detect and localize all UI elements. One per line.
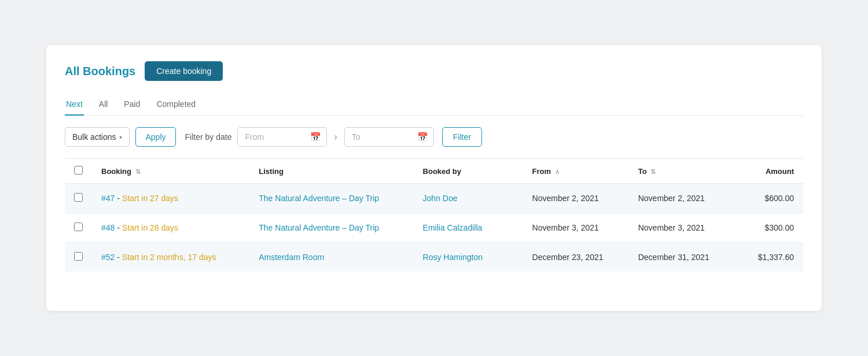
bulk-actions-dropdown[interactable]: Bulk actions ▾ bbox=[65, 127, 130, 147]
booking-cell: #52 - Start in 2 months, 17 days bbox=[92, 243, 249, 272]
booking-separator: - bbox=[117, 194, 122, 203]
amount-cell: $300.00 bbox=[735, 213, 803, 243]
th-amount: Amount bbox=[735, 159, 803, 184]
from-cell: November 2, 2021 bbox=[523, 184, 629, 213]
row-checkbox[interactable] bbox=[74, 252, 83, 261]
th-from: From ∧ bbox=[523, 159, 629, 184]
th-booking: Booking ⇅ bbox=[92, 159, 249, 184]
to-cell: November 3, 2021 bbox=[629, 213, 735, 243]
sort-to-icon[interactable]: ⇅ bbox=[650, 168, 656, 175]
amount-cell: $1,337.60 bbox=[735, 243, 803, 272]
listing-cell: Amsterdam Room bbox=[249, 243, 413, 272]
booking-separator: - bbox=[117, 223, 122, 232]
row-checkbox-cell bbox=[65, 243, 92, 272]
to-date-input[interactable] bbox=[344, 127, 434, 147]
listing-cell: The Natural Adventure – Day Trip bbox=[249, 213, 413, 243]
table-header-row: Booking ⇅ Listing Booked by From ∧ To ⇅ bbox=[65, 159, 803, 184]
tabs-container: Next All Paid Completed bbox=[65, 95, 803, 116]
booking-cell: #47 - Start in 27 days bbox=[92, 184, 249, 213]
user-link[interactable]: Rosy Hamington bbox=[423, 253, 483, 262]
sort-booking-icon[interactable]: ⇅ bbox=[135, 168, 141, 175]
amount-value: $300.00 bbox=[764, 223, 794, 232]
tab-next[interactable]: Next bbox=[65, 95, 84, 116]
booking-separator: - bbox=[117, 253, 122, 262]
row-checkbox-cell bbox=[65, 184, 92, 213]
booked-by-cell: Rosy Hamington bbox=[414, 243, 523, 272]
filter-by-date-label: Filter by date bbox=[185, 132, 232, 142]
create-booking-button[interactable]: Create booking bbox=[145, 61, 223, 81]
select-all-col bbox=[65, 159, 92, 184]
th-booked-by: Booked by bbox=[414, 159, 523, 184]
booking-badge: Start in 28 days bbox=[122, 223, 178, 232]
select-all-checkbox[interactable] bbox=[74, 166, 83, 175]
booking-badge: Start in 2 months, 17 days bbox=[122, 253, 216, 262]
booked-by-cell: Emilia Calzadilla bbox=[414, 213, 523, 243]
header-row: All Bookings Create booking bbox=[65, 61, 803, 81]
booking-id-link[interactable]: #52 bbox=[101, 253, 115, 262]
bookings-card: All Bookings Create booking Next All Pai… bbox=[46, 45, 822, 311]
filters-row: Bulk actions ▾ Apply Filter by date 📅 › … bbox=[65, 127, 803, 147]
listing-link[interactable]: Amsterdam Room bbox=[259, 253, 324, 262]
page-title: All Bookings bbox=[65, 65, 135, 78]
th-to: To ⇅ bbox=[629, 159, 735, 184]
booking-cell: #48 - Start in 28 days bbox=[92, 213, 249, 243]
tab-all[interactable]: All bbox=[98, 95, 109, 116]
booking-id-link[interactable]: #48 bbox=[101, 223, 115, 232]
table-row: #52 - Start in 2 months, 17 days Amsterd… bbox=[65, 243, 803, 272]
table-row: #47 - Start in 27 days The Natural Adven… bbox=[65, 184, 803, 213]
listing-cell: The Natural Adventure – Day Trip bbox=[249, 184, 413, 213]
listing-link[interactable]: The Natural Adventure – Day Trip bbox=[259, 223, 379, 232]
to-cell: November 2, 2021 bbox=[629, 184, 735, 213]
booking-badge: Start in 27 days bbox=[122, 194, 178, 203]
apply-button[interactable]: Apply bbox=[135, 127, 175, 147]
amount-value: $600.00 bbox=[764, 194, 794, 203]
from-cell: December 23, 2021 bbox=[523, 243, 629, 272]
date-range-arrow: › bbox=[334, 132, 337, 142]
bulk-actions-label: Bulk actions bbox=[72, 132, 116, 142]
chevron-down-icon: ▾ bbox=[119, 134, 122, 140]
row-checkbox[interactable] bbox=[74, 193, 83, 202]
amount-value: $1,337.60 bbox=[758, 253, 794, 262]
from-cell: November 3, 2021 bbox=[523, 213, 629, 243]
table-row: #48 - Start in 28 days The Natural Adven… bbox=[65, 213, 803, 243]
filter-button[interactable]: Filter bbox=[442, 127, 482, 147]
from-date-wrap: 📅 bbox=[237, 127, 327, 147]
booked-by-cell: John Doe bbox=[414, 184, 523, 213]
tab-paid[interactable]: Paid bbox=[123, 95, 141, 116]
user-link[interactable]: Emilia Calzadilla bbox=[423, 223, 483, 232]
bookings-table: Booking ⇅ Listing Booked by From ∧ To ⇅ bbox=[65, 158, 803, 272]
row-checkbox-cell bbox=[65, 213, 92, 243]
th-listing: Listing bbox=[249, 159, 413, 184]
from-date-input[interactable] bbox=[237, 127, 327, 147]
sort-from-icon[interactable]: ∧ bbox=[555, 168, 560, 175]
to-date-wrap: 📅 bbox=[344, 127, 434, 147]
listing-link[interactable]: The Natural Adventure – Day Trip bbox=[259, 194, 379, 203]
user-link[interactable]: John Doe bbox=[423, 194, 458, 203]
booking-id-link[interactable]: #47 bbox=[101, 194, 115, 203]
row-checkbox[interactable] bbox=[74, 222, 83, 231]
amount-cell: $600.00 bbox=[735, 184, 803, 213]
tab-completed[interactable]: Completed bbox=[155, 95, 197, 116]
to-cell: December 31, 2021 bbox=[629, 243, 735, 272]
